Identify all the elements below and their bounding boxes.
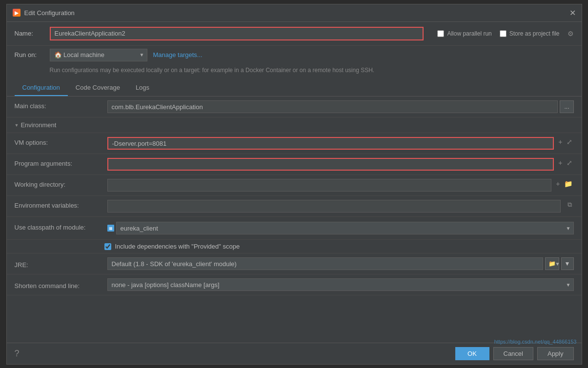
- vm-options-field-area: [107, 137, 554, 150]
- working-dir-folder-icon[interactable]: 📁: [563, 179, 574, 189]
- manage-targets-link[interactable]: Manage targets...: [153, 51, 203, 58]
- cancel-button[interactable]: Cancel: [493, 347, 533, 360]
- main-class-label: Main class:: [15, 100, 107, 110]
- classpath-dropdown[interactable]: eureka_client: [116, 222, 574, 234]
- working-dir-icons: + 📁: [554, 179, 573, 189]
- vm-options-add-icon[interactable]: +: [557, 137, 564, 147]
- working-dir-label: Working directory:: [15, 179, 107, 188]
- footer: ? OK Cancel Apply: [7, 343, 582, 364]
- main-class-field-value: ...: [107, 100, 574, 113]
- include-deps-label: Include dependencies with "Provided" sco…: [115, 243, 240, 250]
- name-input[interactable]: [50, 27, 424, 40]
- allow-parallel-run-checkbox[interactable]: [437, 30, 444, 37]
- tabs-bar: Configuration Code Coverage Logs: [7, 80, 582, 97]
- jre-folder-button[interactable]: 📁: [545, 257, 559, 270]
- tab-logs[interactable]: Logs: [128, 80, 157, 96]
- watermark: https://blog.csdn.net/qq_44866153: [494, 339, 577, 345]
- program-args-input[interactable]: [107, 158, 554, 171]
- name-row: Name: Allow parallel run Store as projec…: [7, 22, 582, 46]
- jre-label: JRE:: [15, 259, 107, 269]
- env-vars-field-area: [107, 200, 561, 213]
- content-area: Main class: ... ▼ Environment VM options…: [7, 97, 582, 342]
- allow-parallel-run-label[interactable]: Allow parallel run: [437, 30, 491, 37]
- run-on-hint: Run configurations may be executed local…: [7, 64, 582, 78]
- run-on-label: Run on:: [15, 51, 44, 58]
- vm-options-expand-icon[interactable]: ⤢: [565, 137, 574, 147]
- working-dir-field-area: [107, 179, 552, 192]
- jre-dropdown-button[interactable]: ▼: [561, 257, 574, 270]
- env-vars-copy-icon[interactable]: ⧉: [566, 200, 574, 210]
- jre-row: JRE: Default (1.8 - SDK of 'eureka_clien…: [7, 253, 582, 274]
- classpath-dropdown-wrap: ▦ eureka_client ▼: [107, 222, 574, 234]
- tab-configuration[interactable]: Configuration: [15, 80, 68, 96]
- shorten-label: Shorten command line:: [15, 280, 107, 290]
- main-class-row: Main class: ...: [7, 97, 582, 117]
- name-label: Name:: [15, 30, 44, 37]
- classpath-row: Use classpath of module: ▦ eureka_client…: [7, 217, 582, 240]
- include-deps-row: Include dependencies with "Provided" sco…: [7, 240, 582, 253]
- program-args-expand-icons: + ⤢: [557, 158, 573, 168]
- title-bar-left: ▶ Edit Configuration: [13, 9, 75, 17]
- shorten-dropdown-wrap: none - java [options] className [args] ▼: [107, 278, 574, 291]
- env-vars-row: Environment variables: ⧉: [7, 196, 582, 217]
- working-dir-input[interactable]: [107, 179, 552, 192]
- env-vars-label: Environment variables:: [15, 200, 107, 209]
- tab-code-coverage[interactable]: Code Coverage: [68, 80, 128, 96]
- env-vars-icons: ⧉: [564, 200, 574, 210]
- help-icon[interactable]: ?: [15, 349, 20, 359]
- dialog-title: Edit Configuration: [24, 9, 75, 17]
- vm-options-input[interactable]: [107, 137, 554, 150]
- main-class-input[interactable]: [107, 100, 558, 113]
- shorten-dropdown[interactable]: none - java [options] className [args]: [107, 278, 574, 291]
- header-right: Allow parallel run Store as project file…: [437, 30, 573, 38]
- app-icon: ▶: [13, 9, 20, 17]
- environment-expand[interactable]: ▼ Environment: [7, 117, 582, 133]
- title-bar: ▶ Edit Configuration ✕: [7, 4, 582, 22]
- env-vars-input[interactable]: [107, 200, 561, 213]
- program-args-add-icon[interactable]: +: [557, 158, 564, 168]
- jre-dropdown-wrap: Default (1.8 - SDK of 'eureka_client' mo…: [107, 257, 574, 270]
- working-dir-add-icon[interactable]: +: [554, 179, 561, 189]
- expand-triangle-icon: ▼: [15, 123, 19, 128]
- footer-buttons: OK Cancel Apply: [455, 347, 574, 360]
- working-dir-row: Working directory: + 📁: [7, 175, 582, 196]
- gear-icon[interactable]: ⚙: [568, 30, 574, 38]
- run-on-dropdown[interactable]: 🏠 Local machine: [50, 49, 147, 61]
- store-as-project-file-checkbox[interactable]: [500, 30, 507, 37]
- run-on-row: Run on: 🏠 Local machine ▼ Manage targets…: [7, 46, 582, 64]
- program-args-field-area: [107, 158, 554, 171]
- include-deps-checkbox[interactable]: [104, 243, 111, 250]
- vm-options-label: VM options:: [15, 137, 107, 146]
- vm-options-row: VM options: + ⤢: [7, 133, 582, 154]
- jre-dropdown[interactable]: Default (1.8 - SDK of 'eureka_client' mo…: [107, 257, 543, 270]
- program-args-expand-icon[interactable]: ⤢: [565, 158, 574, 168]
- vm-options-expand-icons: + ⤢: [557, 137, 573, 147]
- program-args-label: Program arguments:: [15, 158, 107, 167]
- edit-configuration-dialog: ▶ Edit Configuration ✕ Name: Allow paral…: [6, 4, 582, 365]
- close-button[interactable]: ✕: [569, 8, 576, 18]
- classpath-label: Use classpath of module:: [15, 222, 107, 231]
- apply-button[interactable]: Apply: [537, 347, 574, 360]
- run-on-dropdown-container: 🏠 Local machine ▼: [50, 49, 147, 61]
- main-class-browse-button[interactable]: ...: [560, 100, 573, 113]
- ok-button[interactable]: OK: [455, 347, 489, 360]
- store-as-project-file-label[interactable]: Store as project file: [500, 30, 560, 37]
- program-args-row: Program arguments: + ⤢: [7, 154, 582, 175]
- shorten-row: Shorten command line: none - java [optio…: [7, 274, 582, 295]
- module-icon: ▦: [107, 225, 114, 232]
